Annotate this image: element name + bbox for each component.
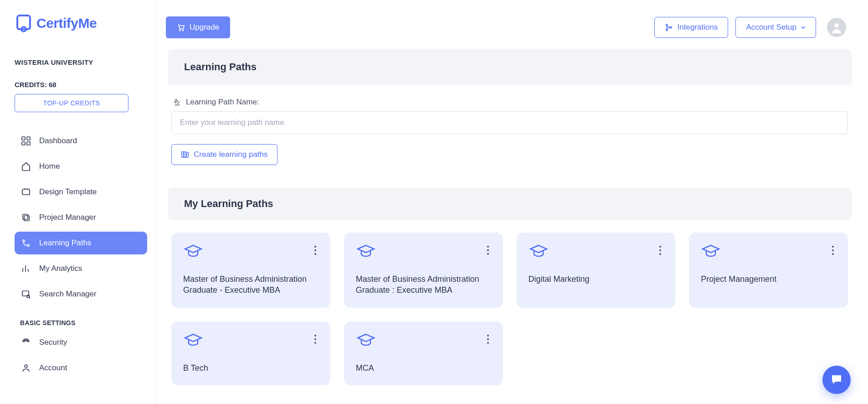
svg-point-2 [23,28,25,30]
account-setup-label: Account Setup [746,23,796,32]
learning-path-card[interactable]: B Tech [171,321,330,385]
learning-path-card[interactable]: Project Management [689,233,848,308]
search-manager-icon [21,289,31,299]
graduation-cap-icon [701,243,721,260]
svg-point-20 [834,23,839,28]
topbar: Upgrade Integrations Account Setup [157,0,868,49]
card-menu-icon[interactable] [312,243,318,257]
svg-point-31 [659,249,661,251]
upgrade-button[interactable]: Upgrade [166,16,230,38]
integrations-label: Integrations [678,23,718,32]
svg-rect-21 [182,152,184,158]
sidebar-item-design-template[interactable]: Design Template [15,181,147,203]
sidebar-item-label: Search Manager [39,290,97,299]
learning-path-card[interactable]: MCA [344,321,503,385]
svg-point-30 [659,246,661,248]
panel-title: Learning Paths [184,61,835,73]
card-title: Digital Marketing [529,274,664,285]
learning-paths-icon [21,238,31,248]
sidebar-item-label: Project Manager [39,213,96,222]
integrations-button[interactable]: Integrations [654,17,729,38]
chat-fab[interactable] [822,366,851,394]
dashboard-icon [21,136,31,146]
svg-rect-22 [184,152,186,158]
organization-name: WISTERIA UNIVERSITY [15,58,147,66]
brand-icon [15,14,34,33]
svg-point-13 [27,295,30,298]
microscope-icon [173,98,181,106]
learning-path-card[interactable]: Master of Business Administration Gradua… [344,233,503,308]
sidebar-item-project-manager[interactable]: Project Manager [15,206,147,229]
learning-path-card[interactable]: Master of Business Administration Gradua… [171,233,330,308]
sidebar-item-label: Learning Paths [39,238,91,248]
svg-point-38 [314,342,316,344]
card-menu-icon[interactable] [830,243,836,257]
sidebar-item-security[interactable]: Security [15,331,147,354]
my-learning-paths-header: My Learning Paths [168,188,852,220]
svg-point-37 [314,338,316,340]
graduation-cap-icon [356,332,376,349]
graduation-cap-icon [183,332,203,349]
cart-icon [177,23,185,31]
svg-point-14 [25,365,27,368]
svg-point-10 [23,240,25,242]
learning-path-name-label: Learning Path Name: [186,98,259,107]
graduation-cap-icon [356,243,376,260]
sidebar-item-home[interactable]: Home [15,155,147,178]
svg-point-32 [659,253,661,255]
sidebar: CertifyMe WISTERIA UNIVERSITY CREDITS: 6… [0,0,157,404]
learning-paths-panel-header: Learning Paths [168,49,852,85]
card-title: B Tech [183,363,318,373]
svg-point-28 [487,249,489,251]
svg-point-33 [832,246,834,248]
svg-point-41 [487,342,489,344]
svg-rect-4 [27,137,30,140]
svg-point-36 [314,335,316,337]
svg-point-15 [180,30,180,31]
brand-logo[interactable]: CertifyMe [15,14,147,33]
sidebar-item-label: Dashboard [39,136,77,145]
security-icon [21,337,31,347]
svg-point-26 [314,253,316,255]
learning-path-card[interactable]: Digital Marketing [517,233,676,308]
card-menu-icon[interactable] [485,332,491,346]
sidebar-item-label: Account [39,363,67,373]
integrations-icon [665,23,673,31]
sidebar-item-label: My Analytics [39,264,82,273]
svg-rect-7 [22,189,30,195]
my-learning-paths-title: My Learning Paths [184,198,835,210]
card-title: Master of Business Administration Gradua… [356,274,491,296]
account-setup-dropdown[interactable]: Account Setup [735,17,816,38]
sidebar-item-my-analytics[interactable]: My Analytics [15,257,147,280]
card-menu-icon[interactable] [485,243,491,257]
sidebar-item-search-manager[interactable]: Search Manager [15,283,147,306]
settings-nav: Security Account [15,331,147,379]
create-button-label: Create learning paths [194,150,268,159]
svg-rect-3 [22,137,25,140]
create-learning-paths-button[interactable]: Create learning paths [171,144,277,165]
card-title: Master of Business Administration Gradua… [183,274,318,296]
svg-point-29 [487,253,489,255]
create-learning-path-form: Learning Path Name: Create learning path… [168,85,852,179]
sidebar-item-label: Design Template [39,187,97,197]
sidebar-item-learning-paths[interactable]: Learning Paths [15,232,147,254]
card-menu-icon[interactable] [657,243,663,257]
sidebar-item-dashboard[interactable]: Dashboard [15,129,147,152]
svg-rect-5 [22,142,25,145]
svg-point-17 [666,24,668,26]
svg-point-39 [487,335,489,337]
learning-path-name-input[interactable] [171,111,848,134]
graduation-cap-icon [183,243,203,260]
topup-credits-button[interactable]: TOP-UP CREDITS [15,94,128,112]
svg-point-34 [832,249,834,251]
svg-point-40 [487,338,489,340]
user-avatar[interactable] [827,18,846,37]
main-nav: Dashboard Home Design Template Project M… [15,129,147,306]
card-menu-icon[interactable] [312,332,318,346]
svg-point-24 [314,246,316,248]
credits-label: CREDITS: 68 [15,81,147,88]
sidebar-item-account[interactable]: Account [15,357,147,379]
project-manager-icon [21,212,31,223]
sidebar-item-label: Security [39,338,67,347]
svg-point-18 [666,29,668,31]
